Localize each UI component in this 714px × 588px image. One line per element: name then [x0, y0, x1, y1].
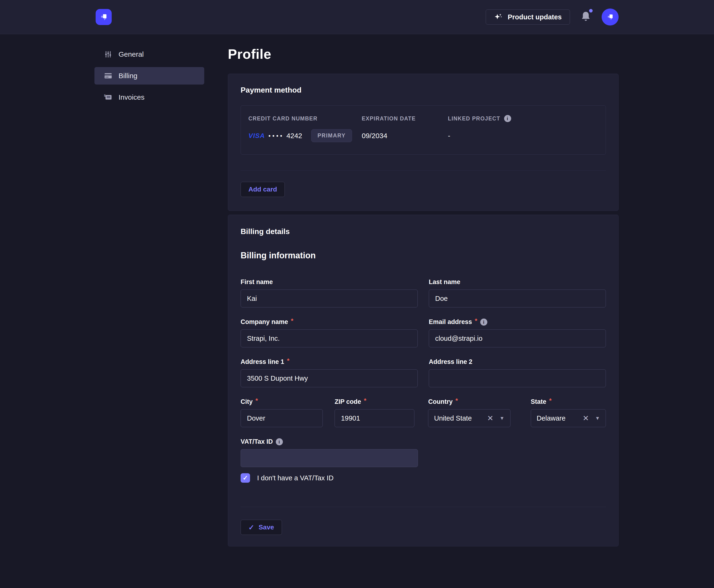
address-line1-label: Address line 1* [240, 358, 418, 365]
chevron-down-icon[interactable]: ▼ [595, 415, 600, 421]
avatar-strapi-glyph-icon [606, 13, 615, 21]
state-field-group: State* Delaware ✕ ▼ [531, 398, 606, 427]
vat-label: VAT/Tax ID i [240, 438, 418, 445]
divider [240, 507, 606, 507]
masked-digits: •••• [269, 132, 284, 139]
payment-method-title: Payment method [240, 86, 606, 94]
user-avatar[interactable] [602, 8, 618, 25]
billing-information-title: Billing information [240, 251, 606, 260]
vat-input[interactable] [240, 449, 418, 467]
save-button[interactable]: ✓ Save [240, 520, 282, 535]
company-name-field-group: Company name* [240, 318, 418, 348]
column-credit-card-number: CREDIT CARD NUMBER [248, 115, 362, 122]
city-field-group: City* [240, 398, 323, 427]
city-zip-country-state-row: City* ZIP code* Country* United State [240, 398, 606, 427]
country-select[interactable]: United State ✕ ▼ [428, 409, 510, 427]
info-icon[interactable]: i [504, 115, 511, 122]
vat-checkbox-row: ✓ I don't have a VAT/Tax ID [240, 473, 606, 483]
sidebar-item-general[interactable]: General [94, 46, 204, 63]
sliders-icon [103, 50, 113, 59]
vat-checkbox-label: I don't have a VAT/Tax ID [257, 474, 334, 482]
info-icon[interactable]: i [480, 319, 487, 326]
main-area: General Billing $ [0, 34, 714, 546]
last-name-field-group: Last name [429, 278, 606, 308]
address-line1-field-group: Address line 1* [240, 358, 418, 387]
page-title: Profile [228, 46, 618, 62]
sidebar-item-billing[interactable]: Billing [94, 67, 204, 85]
email-input[interactable] [429, 330, 606, 348]
sidebar-item-invoices[interactable]: $ Invoices [94, 88, 204, 106]
required-marker: * [456, 397, 458, 404]
first-name-input[interactable] [240, 290, 418, 308]
first-name-field-group: First name [240, 278, 418, 308]
zip-field-group: ZIP code* [335, 398, 414, 427]
strapi-glyph-icon [99, 12, 109, 22]
credit-card-icon [103, 71, 113, 80]
billing-form-grid: First name Last name Company name* [240, 278, 606, 387]
country-value: United State [434, 415, 487, 422]
vat-checkbox[interactable]: ✓ [240, 473, 250, 483]
sidebar-item-label: General [119, 50, 144, 58]
check-icon: ✓ [248, 523, 254, 531]
header-actions: Product updates [486, 8, 618, 25]
expiration-cell: 09/2034 [362, 132, 448, 140]
content-column: Profile Payment method CREDIT CARD NUMBE… [228, 46, 618, 546]
state-label: State* [531, 398, 606, 405]
bell-icon [580, 11, 591, 23]
column-linked-project: LINKED PROJECT i [448, 115, 598, 122]
email-field-group: Email address* i [429, 318, 606, 348]
invoice-icon: $ [103, 93, 113, 102]
add-card-button[interactable]: Add card [240, 182, 285, 197]
country-field-group: Country* United State ✕ ▼ [428, 398, 510, 427]
vat-field-group: VAT/Tax ID i [240, 438, 418, 467]
city-input[interactable] [240, 409, 323, 427]
state-select[interactable]: Delaware ✕ ▼ [531, 409, 606, 427]
clear-icon[interactable]: ✕ [583, 414, 589, 423]
sidebar-item-label: Invoices [119, 93, 145, 101]
address-line2-input[interactable] [429, 369, 606, 387]
settings-sidebar: General Billing $ [94, 46, 204, 546]
required-marker: * [549, 397, 552, 404]
zip-input[interactable] [335, 409, 414, 427]
state-value: Delaware [537, 415, 583, 422]
billing-details-title: Billing details [240, 227, 606, 236]
required-marker: * [475, 317, 478, 325]
notification-dot [589, 9, 593, 13]
clear-icon[interactable]: ✕ [487, 414, 493, 423]
payment-methods-table: CREDIT CARD NUMBER EXPIRATION DATE LINKE… [240, 105, 606, 155]
table-header-row: CREDIT CARD NUMBER EXPIRATION DATE LINKE… [248, 115, 598, 129]
primary-badge: PRIMARY [311, 129, 352, 142]
country-label: Country* [428, 398, 510, 405]
address-line1-input[interactable] [240, 369, 418, 387]
billing-details-card: Billing details Billing information Firs… [228, 215, 618, 546]
sparkles-icon [494, 13, 503, 21]
sidebar-item-label: Billing [119, 72, 138, 80]
last-name-input[interactable] [429, 290, 606, 308]
card-number-cell: VISA •••• 4242 PRIMARY [248, 129, 362, 142]
required-marker: * [364, 397, 366, 404]
product-updates-label: Product updates [508, 13, 562, 21]
linked-project-cell: - [448, 132, 598, 140]
card-last4: 4242 [287, 132, 302, 140]
zip-label: ZIP code* [335, 398, 414, 405]
first-name-label: First name [240, 278, 418, 286]
last-name-label: Last name [429, 278, 606, 286]
company-name-label: Company name* [240, 318, 418, 326]
column-expiration-date: EXPIRATION DATE [362, 115, 448, 122]
required-marker: * [255, 397, 258, 404]
payment-method-card: Payment method CREDIT CARD NUMBER EXPIRA… [228, 74, 618, 211]
strapi-logo-icon[interactable] [96, 9, 112, 25]
svg-text:$: $ [104, 94, 106, 97]
email-label: Email address* i [429, 318, 606, 326]
top-header: Product updates [0, 0, 714, 34]
required-marker: * [287, 357, 290, 364]
address-line2-label: Address line 2 [429, 358, 606, 365]
city-label: City* [240, 398, 323, 405]
info-icon[interactable]: i [276, 438, 283, 445]
address-line2-field-group: Address line 2 [429, 358, 606, 387]
company-name-input[interactable] [240, 330, 418, 348]
chevron-down-icon[interactable]: ▼ [500, 415, 505, 421]
product-updates-button[interactable]: Product updates [486, 9, 570, 25]
required-marker: * [291, 317, 293, 325]
notifications-button[interactable] [580, 11, 591, 23]
